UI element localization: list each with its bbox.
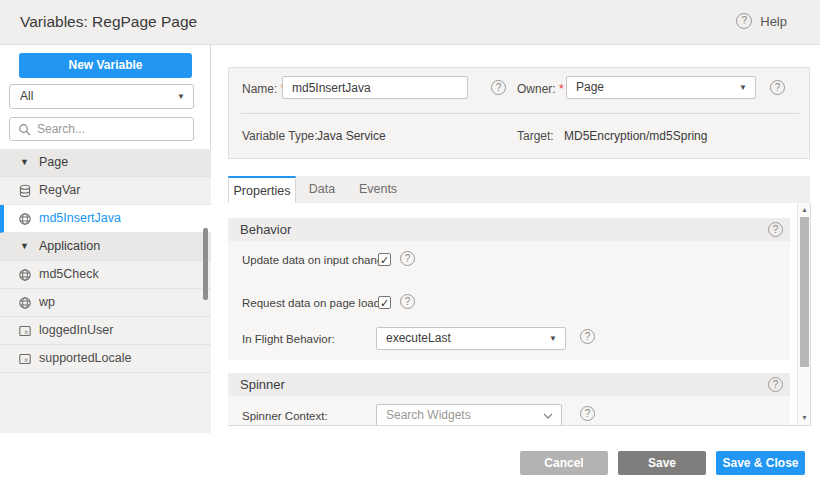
sidebar-item-md5insertjava[interactable]: md5InsertJava: [0, 205, 211, 233]
owner-select[interactable]: Page ▼: [566, 76, 756, 99]
chevron-down-icon: [543, 413, 553, 420]
spinner-section-body: Spinner Context: Search Widgets ?: [228, 396, 790, 426]
scroll-up-icon[interactable]: ▲: [798, 206, 811, 213]
name-input[interactable]: [282, 76, 468, 99]
service-icon: [18, 296, 32, 310]
variables-dialog: Variables: RegPage Page ? Help New Varia…: [0, 0, 820, 487]
owner-value: Page: [576, 80, 604, 94]
help-label: Help: [760, 14, 787, 29]
search-input[interactable]: [37, 122, 177, 136]
variable-summary-panel: Name: * ? Owner: * Page ▼ ? Variable Typ…: [228, 67, 810, 159]
svg-text:x: x: [24, 356, 28, 364]
caret-down-icon: ▼: [20, 149, 29, 176]
spinner-help-icon[interactable]: ?: [768, 377, 783, 392]
variables-sidebar: New Variable All ▼ ▼ Page: [0, 45, 211, 433]
name-label: Name: *: [242, 82, 285, 96]
update-data-help-icon[interactable]: ?: [400, 251, 415, 266]
behavior-help-icon[interactable]: ?: [768, 222, 783, 237]
update-data-label: Update data on input change: [242, 254, 390, 266]
variable-filter-select[interactable]: All ▼: [9, 84, 194, 109]
cancel-button[interactable]: Cancel: [520, 451, 608, 475]
required-asterisk: *: [559, 82, 564, 96]
in-flight-behavior-label: In Flight Behavior:: [242, 333, 335, 345]
name-help-icon[interactable]: ?: [491, 80, 506, 95]
sidebar-item-loggedinuser[interactable]: x loggedInUser: [0, 317, 211, 345]
service-icon: [18, 212, 32, 226]
update-data-checkbox[interactable]: ✓: [378, 253, 391, 266]
spinner-title: Spinner: [240, 377, 285, 392]
section-behavior: Behavior ? Update data on input change ✓…: [228, 218, 790, 360]
save-and-close-button[interactable]: Save & Close: [716, 451, 805, 475]
spinner-context-label: Spinner Context:: [242, 410, 328, 422]
caret-down-icon: ▼: [20, 233, 29, 260]
tab-events[interactable]: Events: [348, 176, 408, 204]
spinner-context-help-icon[interactable]: ?: [580, 406, 595, 421]
target-value: MD5Encryption/md5Spring: [564, 129, 707, 143]
owner-help-icon[interactable]: ?: [770, 80, 785, 95]
sidebar-group-page[interactable]: ▼ Page: [0, 149, 211, 177]
in-flight-behavior-select[interactable]: executeLast ▼: [376, 327, 566, 350]
svg-text:x: x: [24, 328, 28, 336]
database-icon: [18, 184, 32, 198]
variable-search[interactable]: [9, 117, 194, 141]
in-flight-behavior-help-icon[interactable]: ?: [580, 329, 595, 344]
dialog-header: Variables: RegPage Page ? Help: [0, 0, 820, 45]
spinner-context-combobox[interactable]: Search Widgets: [376, 404, 562, 426]
new-variable-button[interactable]: New Variable: [19, 53, 192, 78]
sidebar-item-supportedlocale[interactable]: x supportedLocale: [0, 345, 211, 373]
caret-down-icon: ▼: [177, 85, 185, 108]
form-divider: [241, 113, 799, 114]
owner-label: Owner: *: [517, 82, 564, 96]
search-icon: [18, 123, 31, 136]
page-title: Variables: RegPage Page: [20, 13, 197, 31]
sidebar-item-wp[interactable]: wp: [0, 289, 211, 317]
tab-data[interactable]: Data: [300, 176, 344, 204]
sidebar-item-regvar[interactable]: RegVar: [0, 177, 211, 205]
section-spinner: Spinner ? Spinner Context: Search Widget…: [228, 373, 790, 426]
scroll-down-icon[interactable]: ▼: [798, 414, 811, 421]
request-data-checkbox[interactable]: ✓: [378, 296, 391, 309]
variable-type-value: Java Service: [317, 129, 386, 143]
variable-type-label: Variable Type:: [242, 129, 318, 143]
sidebar-scrollbar-thumb[interactable]: [203, 228, 208, 300]
tab-properties[interactable]: Properties: [228, 176, 296, 204]
properties-scrollbar[interactable]: ▲ ▼: [797, 203, 810, 425]
in-flight-behavior-value: executeLast: [386, 331, 451, 345]
help-icon: ?: [736, 13, 752, 29]
caret-down-icon: ▼: [549, 328, 557, 349]
variable-icon: x: [18, 324, 32, 338]
detail-tabs: Properties Data Events: [228, 176, 810, 204]
scrollbar-thumb[interactable]: [800, 217, 809, 367]
variable-list: ▼ Page RegVar md5InsertJava: [0, 149, 211, 433]
help-button[interactable]: ? Help: [736, 13, 787, 29]
spinner-section-header: Spinner ?: [228, 373, 790, 396]
request-data-label: Request data on page load: [242, 297, 380, 309]
properties-pane: Behavior ? Update data on input change ✓…: [228, 203, 811, 426]
behavior-title: Behavior: [240, 222, 291, 237]
target-label: Target:: [517, 129, 554, 143]
save-button[interactable]: Save: [618, 451, 706, 475]
sidebar-item-md5check[interactable]: md5Check: [0, 261, 211, 289]
request-data-help-icon[interactable]: ?: [400, 294, 415, 309]
caret-down-icon: ▼: [739, 77, 747, 98]
variable-detail-panel: Name: * ? Owner: * Page ▼ ? Variable Typ…: [211, 45, 820, 433]
service-icon: [18, 268, 32, 282]
behavior-section-body: Update data on input change ✓ ? Request …: [228, 241, 790, 360]
variable-filter-value: All: [20, 89, 33, 103]
sidebar-group-application[interactable]: ▼ Application: [0, 233, 211, 261]
spinner-context-placeholder: Search Widgets: [386, 408, 471, 422]
variable-icon: x: [18, 352, 32, 366]
behavior-section-header: Behavior ?: [228, 218, 790, 241]
